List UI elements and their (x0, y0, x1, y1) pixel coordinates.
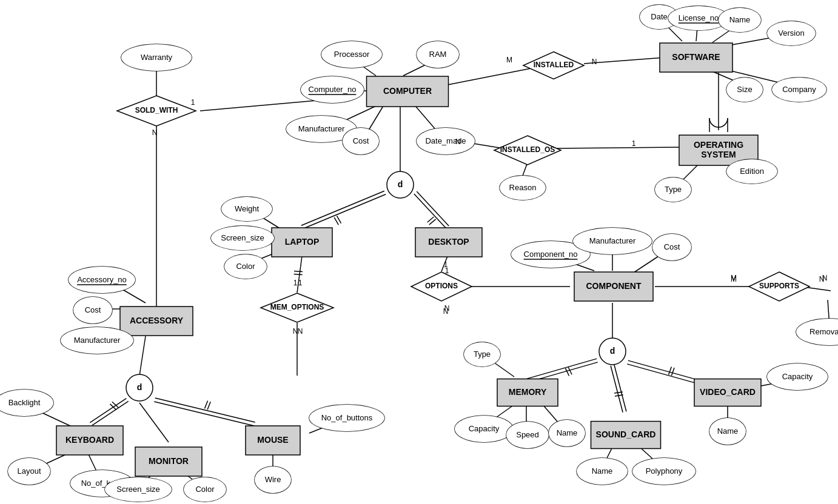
er-diagram (0, 0, 838, 504)
